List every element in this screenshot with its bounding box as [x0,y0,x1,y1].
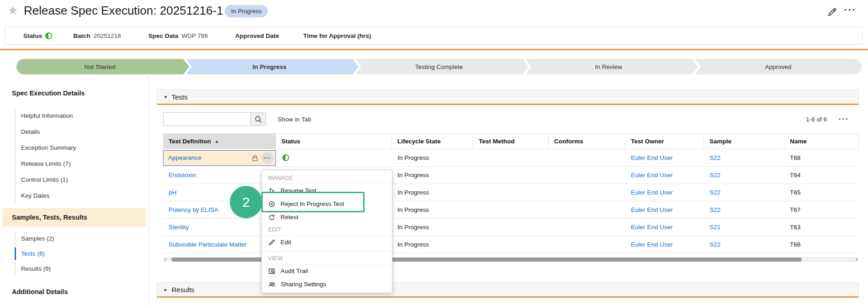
sample-link[interactable]: S22 [709,206,720,213]
expand-triangle-icon[interactable]: ▸ [164,287,167,293]
sample-link[interactable]: S22 [709,172,720,179]
sharing-people-icon [268,281,276,288]
selected-test-definition-cell[interactable]: Appearance ··· [163,150,276,166]
test-definition-link[interactable]: Sterility [169,224,189,231]
column-header-conforms[interactable]: Conforms [549,134,625,149]
menu-group-view: VIEW Audit Trail Sharing Settings [262,251,392,291]
column-header-test-definition[interactable]: Test Definition ▲ [163,134,276,149]
sidebar-item-details[interactable]: Details [16,124,148,140]
sidebar-item-samples[interactable]: Samples (2) [16,231,148,246]
lifecycle-cell: In Progress [392,224,473,231]
test-definition-link[interactable]: Subvisible Particulate Matter [169,241,247,248]
menu-item-sharing-settings[interactable]: Sharing Settings [262,278,392,291]
sidebar: Spec Execution Details Helpful Informati… [0,73,149,305]
menu-header-view: VIEW [262,252,392,264]
collapse-triangle-icon[interactable]: ▾ [164,94,167,100]
menu-item-resume-test[interactable]: Resume Test [262,184,392,197]
sidebar-section-spec-execution-details: Spec Execution Details [12,89,148,97]
menu-header-manage: MANAGE [262,172,392,184]
test-definition-link[interactable]: Potency by ELISA [169,206,218,213]
results-section-title: Results [172,286,195,294]
lifecycle-cell: In Progress [392,154,473,161]
scroll-left-icon[interactable]: ‹ [164,256,166,263]
test-owner-link[interactable]: Euler End User [631,154,673,161]
name-cell: T67 [784,206,859,213]
menu-group-edit: EDIT Edit [262,224,392,249]
workflow-stage-bar: Not Started In Progress Testing Complete… [16,59,862,74]
sidebar-item-control-limits[interactable]: Control Limits (1) [16,172,148,188]
menu-item-retest[interactable]: Retest [262,210,392,224]
sidebar-item-helpful-information[interactable]: Helpful Information [16,108,148,124]
audit-trail-icon [268,268,275,275]
column-header-test-method[interactable]: Test Method [473,134,549,149]
name-cell: T66 [784,241,859,248]
sample-link[interactable]: S22 [709,189,720,196]
test-owner-link[interactable]: Euler End User [631,224,673,231]
edit-pencil-icon[interactable] [827,7,837,17]
scroll-right-icon[interactable]: › [856,256,857,263]
info-field-status: Status [23,32,52,39]
test-definition-link[interactable]: pH [169,189,176,196]
stage-approved: Approved [695,59,862,74]
tests-table-header: Test Definition ▲ Status Lifecycle State… [163,134,859,149]
edit-pencil-icon [268,239,275,246]
name-cell: T65 [784,189,859,196]
show-in-tab-link[interactable]: Show in Tab [278,116,311,123]
lifecycle-cell: In Progress [392,172,473,179]
column-header-name[interactable]: Name [784,134,859,149]
column-header-sample[interactable]: Sample [704,134,784,149]
search-icon[interactable] [250,112,266,126]
sidebar-item-key-dates[interactable]: Key Dates [16,188,148,204]
sidebar-item-tests[interactable]: Tests (6) [16,246,148,261]
play-icon [268,187,275,195]
column-header-test-owner[interactable]: Test Owner [625,134,704,149]
annotation-step-circle: 2 [230,186,262,218]
menu-item-reject-in-progress-test[interactable]: Reject In Progress Test [262,197,392,210]
sidebar-group-1: Helpful Information Details Exception Su… [15,108,148,204]
test-owner-link[interactable]: Euler End User [631,241,673,248]
name-cell: T68 [784,154,859,161]
info-field-batch: Batch 20251216 [73,32,121,39]
stage-not-started: Not Started [16,59,183,74]
name-cell: T63 [784,224,859,231]
column-header-lifecycle-state[interactable]: Lifecycle State [392,134,473,149]
menu-header-edit: EDIT [262,224,392,236]
menu-item-edit[interactable]: Edit [262,236,392,249]
lock-icon [251,154,259,162]
table-more-actions-icon[interactable]: ··· [839,115,849,123]
sample-link[interactable]: S21 [709,224,720,231]
sidebar-group-2: Samples (2) Tests (6) Results (9) [15,231,148,276]
test-definition-link[interactable]: Appearance [168,154,201,161]
info-field-approved-date: Approved Date [235,32,282,39]
info-field-time-for-approval: Time for Approval (hrs) [303,32,375,39]
test-owner-link[interactable]: Euler End User [631,206,673,213]
sidebar-item-results[interactable]: Results (9) [16,261,148,276]
more-actions-icon[interactable]: ··· [844,5,856,15]
sidebar-section-samples-tests-results[interactable]: Samples, Tests, Results [3,208,146,226]
orange-divider [0,49,868,50]
sample-link[interactable]: S22 [709,241,720,248]
lifecycle-cell: In Progress [392,241,473,248]
sample-link[interactable]: S22 [709,154,720,161]
menu-group-manage: MANAGE Resume Test Reject In Progress Te… [262,172,392,224]
favorite-star-icon[interactable] [7,5,18,16]
info-bar: Status Batch 20251216 Spec Data WDP 789 … [5,26,863,45]
row-actions-ellipsis-icon[interactable]: ··· [262,152,273,163]
test-owner-link[interactable]: Euler End User [631,172,673,179]
test-owner-link[interactable]: Euler End User [631,189,673,196]
sidebar-item-release-limits[interactable]: Release Limits (7) [16,156,148,172]
search-input[interactable] [163,112,250,126]
test-definition-link[interactable]: Endotoxin [169,172,196,179]
column-header-status[interactable]: Status [276,134,392,149]
info-field-spec-data: Spec Data WDP 789 [148,32,208,39]
half-circle-status-icon [45,32,52,39]
status-cell [276,154,392,161]
menu-item-audit-trail[interactable]: Audit Trail [262,264,392,278]
sort-asc-icon: ▲ [215,139,219,144]
table-row: Appearance ··· In Progress Euler End Use… [163,149,859,167]
lifecycle-cell: In Progress [392,189,473,196]
sidebar-item-exception-summary[interactable]: Exception Summary [16,140,148,156]
tests-section-header[interactable]: ▾ Tests [157,89,859,105]
reject-circle-x-icon [268,200,275,208]
stage-testing-complete: Testing Complete [355,59,522,74]
